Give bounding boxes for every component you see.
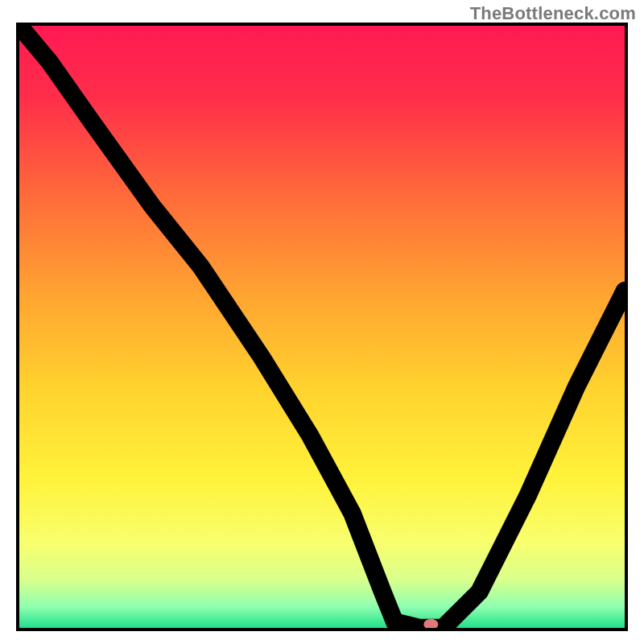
- chart-background: [19, 26, 625, 628]
- chart-container: TheBottleneck.com: [0, 0, 644, 644]
- chart-frame: [16, 23, 628, 631]
- chart-svg: [19, 26, 625, 628]
- watermark-text: TheBottleneck.com: [470, 3, 636, 24]
